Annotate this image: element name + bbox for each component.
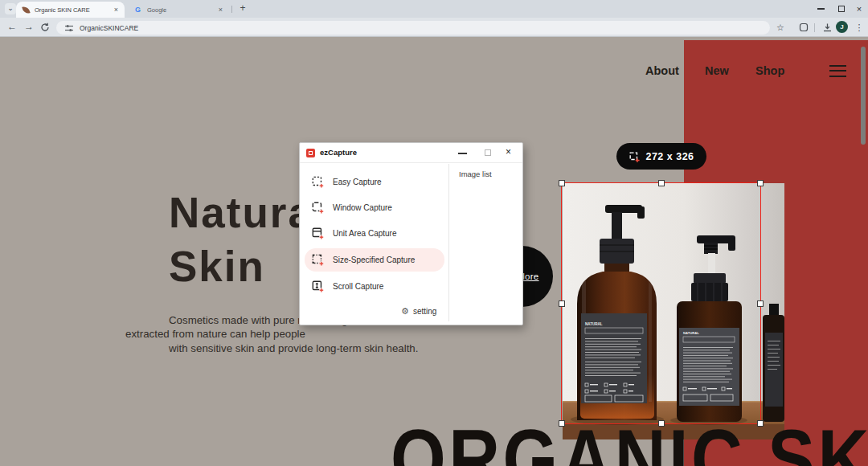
setting-label: setting [413,307,436,316]
nav-new[interactable]: New [705,64,729,77]
selection-handle-ml[interactable] [559,300,565,307]
dialog-minimize-icon[interactable] [458,153,467,154]
scroll-capture-icon [312,280,324,292]
url-text: OrganicSKINCARE [80,24,138,32]
dialog-close-icon[interactable]: × [506,146,511,157]
gear-icon: ⚙ [401,306,409,317]
forward-icon[interactable]: → [24,21,34,32]
window-capture-icon [312,202,324,214]
new-tab-button[interactable]: + [236,2,249,14]
tab-search-chevron-icon[interactable]: ⌄ [5,3,16,14]
tab-close-icon[interactable]: × [114,6,118,14]
tagline-line2: extracted from nature can help people [125,328,305,340]
window-minimize-button[interactable] [810,0,831,18]
ezcapture-logo-icon [306,149,315,157]
reload-icon[interactable] [38,20,52,35]
capture-selection-rect[interactable] [561,182,761,424]
browser-toolbar: ← → OrganicSKINCARE ☆ J ⋮ [0,18,868,37]
tab-panel-icon[interactable] [796,20,811,35]
image-list-panel-title: Image list [459,170,492,178]
profile-avatar[interactable]: J [836,21,848,33]
tab-google[interactable]: G Google × [129,2,229,18]
download-icon[interactable] [820,20,834,35]
address-bar[interactable]: OrganicSKINCARE [56,21,770,35]
tab-close-icon[interactable]: × [219,6,223,14]
easy-capture-icon [312,176,324,188]
dialog-title: ezCapture [320,148,357,157]
selection-handle-br[interactable] [757,420,764,427]
menu-item-scroll-capture[interactable]: Scroll Capture [305,275,444,298]
setting-button[interactable]: ⚙ setting [401,306,436,317]
ezcapture-dialog: ezCapture × Easy Capture Window Capture [299,142,523,325]
unit-area-capture-icon [312,227,324,239]
toolbar-divider [814,23,815,32]
bookmark-star-icon[interactable]: ☆ [773,20,788,35]
dialog-titlebar[interactable]: ezCapture × [300,143,522,163]
back-icon[interactable]: ← [7,21,17,32]
selection-handle-tm[interactable] [658,180,665,186]
selection-handle-bm[interactable] [658,420,665,427]
capture-size-badge: 272 x 326 [616,143,706,170]
selection-handle-bl[interactable] [559,420,565,427]
nav-shop[interactable]: Shop [755,64,784,77]
tagline-line3: with sensitive skin and provide long-ter… [169,342,418,354]
menu-item-easy-capture[interactable]: Easy Capture [305,170,444,194]
menu-item-unit-area-capture[interactable]: Unit Area Capture [305,222,444,245]
hamburger-menu-icon[interactable] [829,65,846,77]
google-favicon-icon: G [135,6,142,14]
size-specified-capture-icon [312,254,324,266]
dialog-maximize-icon[interactable] [485,149,491,156]
selection-handle-mr[interactable] [757,300,764,307]
nav-about[interactable]: About [645,64,679,77]
tab-divider [231,6,232,13]
menu-item-size-specified-capture[interactable]: Size-Specified Capture [305,248,444,272]
selection-handle-tl[interactable] [559,180,565,186]
hero-title-line2: Skin [169,243,265,291]
site-settings-tune-icon [64,23,74,33]
browser-window: ⌄ Organic SKIN CARE × G Google × + × ← →… [0,0,868,466]
big-brand-text: ORGANIC SKIN CARE [391,417,868,466]
leaf-favicon-icon [22,6,30,14]
dialog-panel-divider [448,164,449,321]
capture-size-text: 272 x 326 [645,151,694,162]
page-scrollbar-thumb[interactable] [861,47,866,145]
tab-strip: ⌄ Organic SKIN CARE × G Google × + × [0,0,868,18]
selection-handle-tr[interactable] [757,180,764,186]
tab-title: Google [147,6,214,14]
window-restore-button[interactable] [831,0,852,18]
tab-title: Organic SKIN CARE [35,6,109,14]
menu-kebab-icon[interactable]: ⋮ [852,20,866,35]
window-close-button[interactable]: × [850,0,868,18]
crop-size-icon [628,151,640,162]
menu-item-window-capture[interactable]: Window Capture [305,196,444,219]
tab-organic-skin-care[interactable]: Organic SKIN CARE × [16,2,125,18]
